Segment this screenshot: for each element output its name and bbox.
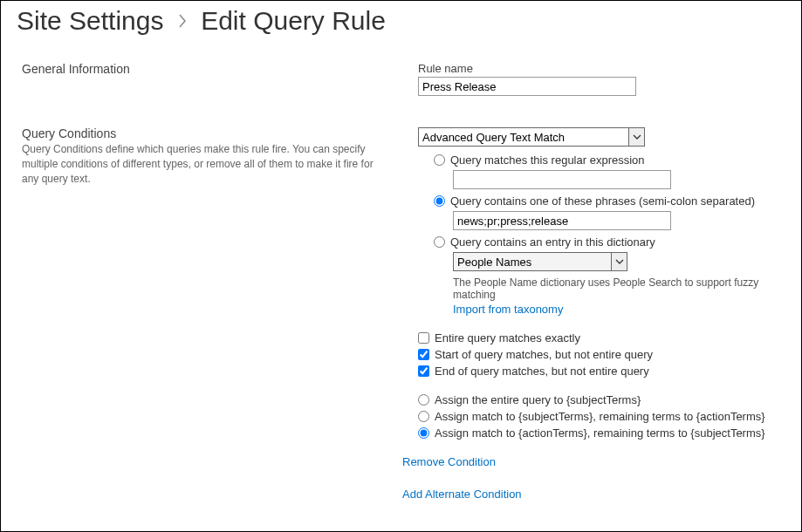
assign-entire-radio[interactable] bbox=[418, 394, 429, 406]
check-end-label: End of query matches, but not entire que… bbox=[435, 365, 649, 378]
check-end[interactable]: End of query matches, but not entire que… bbox=[418, 365, 785, 378]
dictionary-select[interactable] bbox=[453, 252, 627, 271]
option-regex-radio[interactable] bbox=[434, 154, 445, 166]
assign-entire[interactable]: Assign the entire query to {subjectTerms… bbox=[418, 393, 785, 406]
assign-action-radio[interactable] bbox=[418, 427, 429, 439]
query-conditions-heading: Query Conditions bbox=[22, 126, 401, 140]
option-phrases[interactable]: Query contains one of these phrases (sem… bbox=[434, 194, 785, 208]
option-regex-label: Query matches this regular expression bbox=[450, 153, 645, 167]
option-regex[interactable]: Query matches this regular expression bbox=[434, 153, 785, 167]
rule-name-label: Rule name bbox=[418, 62, 785, 75]
check-entire[interactable]: Entire query matches exactly bbox=[418, 331, 785, 344]
check-end-box[interactable] bbox=[418, 365, 429, 377]
assign-entire-label: Assign the entire query to {subjectTerms… bbox=[435, 393, 641, 406]
breadcrumb-current: Edit Query Rule bbox=[201, 6, 386, 35]
import-taxonomy-link[interactable]: Import from taxonomy bbox=[453, 303, 563, 316]
regex-input[interactable] bbox=[453, 170, 671, 189]
option-phrases-label: Query contains one of these phrases (sem… bbox=[450, 194, 755, 208]
check-start[interactable]: Start of query matches, but not entire q… bbox=[418, 348, 785, 361]
check-entire-label: Entire query matches exactly bbox=[435, 331, 580, 344]
assign-action-label: Assign match to {actionTerms}, remaining… bbox=[435, 426, 765, 440]
option-dictionary-radio[interactable] bbox=[434, 236, 445, 248]
phrases-input[interactable] bbox=[453, 211, 671, 230]
assign-action[interactable]: Assign match to {actionTerms}, remaining… bbox=[418, 426, 785, 440]
option-dictionary-label: Query contains an entry in this dictiona… bbox=[450, 235, 655, 249]
assign-subject-label: Assign match to {subjectTerms}, remainin… bbox=[435, 410, 765, 423]
assign-subject-radio[interactable] bbox=[418, 411, 429, 422]
general-info-heading: General Information bbox=[22, 62, 401, 76]
add-alternate-condition-link[interactable]: Add Alternate Condition bbox=[402, 488, 522, 501]
chevron-right-icon bbox=[178, 14, 187, 28]
match-type-select-wrap[interactable] bbox=[418, 127, 645, 147]
remove-condition-link[interactable]: Remove Condition bbox=[402, 455, 496, 468]
check-start-label: Start of query matches, but not entire q… bbox=[435, 348, 653, 361]
dictionary-select-wrap[interactable] bbox=[453, 252, 627, 271]
dictionary-note: The People Name dictionary uses People S… bbox=[453, 276, 785, 301]
assign-subject[interactable]: Assign match to {subjectTerms}, remainin… bbox=[418, 410, 785, 423]
breadcrumb: Site Settings Edit Query Rule bbox=[17, 6, 785, 36]
option-phrases-radio[interactable] bbox=[434, 195, 445, 207]
rule-name-input[interactable] bbox=[418, 77, 636, 96]
match-type-select[interactable] bbox=[418, 127, 645, 147]
breadcrumb-parent[interactable]: Site Settings bbox=[17, 6, 163, 35]
query-conditions-description: Query Conditions define which queries ma… bbox=[22, 142, 388, 186]
option-dictionary[interactable]: Query contains an entry in this dictiona… bbox=[434, 235, 785, 249]
check-start-box[interactable] bbox=[418, 349, 429, 360]
check-entire-box[interactable] bbox=[418, 332, 429, 344]
